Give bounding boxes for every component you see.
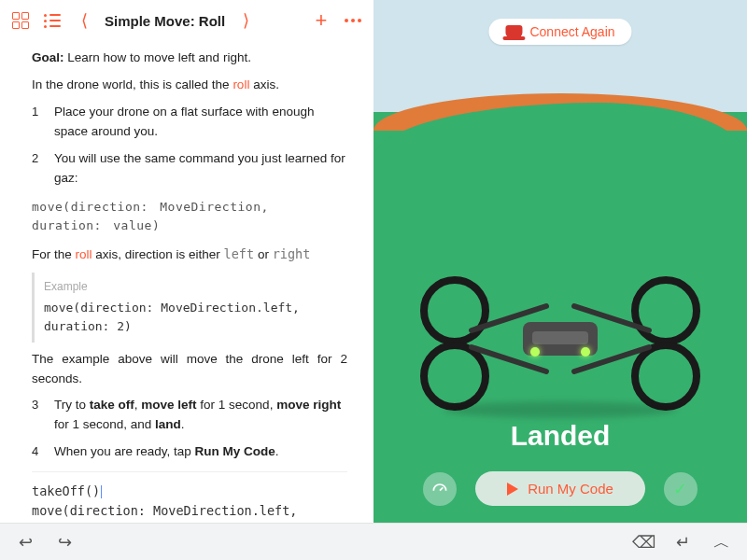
- intro-text: In the drone world, this is called the: [32, 77, 233, 91]
- speed-button[interactable]: [423, 472, 457, 506]
- roll-keyword-2: roll: [76, 247, 92, 261]
- run-my-code-button[interactable]: Run My Code: [475, 471, 645, 506]
- roll-keyword: roll: [233, 77, 249, 91]
- signature-code: move(direction: MoveDirection, duration:…: [32, 198, 347, 235]
- drone-status: Landed: [374, 420, 747, 452]
- step-3: Try to take off, move left for 1 second,…: [32, 396, 347, 435]
- lesson-panel: ⟨ Simple Move: Roll ⟩ + Goal: Learn how …: [0, 0, 374, 523]
- code-editor[interactable]: takeOff() move(direction: MoveDirection.…: [32, 471, 347, 523]
- controls-bar: Run My Code ✓: [374, 471, 747, 506]
- redo-button[interactable]: ↪: [52, 530, 77, 554]
- page-title: Simple Move: Roll: [105, 13, 225, 29]
- axis-or: or: [254, 247, 273, 261]
- step-4: When you are ready, tap Run My Code.: [32, 442, 347, 462]
- more-button[interactable]: [342, 9, 364, 32]
- return-button[interactable]: ↵: [670, 530, 695, 554]
- example-label: Example: [44, 278, 338, 296]
- connect-again-button[interactable]: Connect Again: [488, 19, 631, 45]
- connect-label: Connect Again: [529, 24, 614, 39]
- undo-button[interactable]: ↩: [13, 530, 37, 554]
- code-line-2: move(direction: MoveDirection.left,: [32, 501, 347, 521]
- intro-suffix: axis.: [249, 77, 279, 91]
- right-keyword: right: [273, 246, 311, 261]
- gauge-icon: [430, 480, 449, 498]
- play-icon: [507, 483, 518, 496]
- grid-view-icon[interactable]: [9, 9, 32, 32]
- add-button[interactable]: +: [310, 9, 332, 32]
- step-2: You will use the same command you just l…: [32, 149, 347, 189]
- example-block: Example move(direction: MoveDirection.le…: [32, 273, 347, 343]
- run-label: Run My Code: [528, 481, 613, 497]
- left-keyword: left: [224, 246, 255, 261]
- axis-text: For the: [32, 247, 76, 261]
- prev-page-button[interactable]: ⟨: [73, 9, 95, 32]
- goal-label: Goal:: [32, 50, 64, 64]
- topbar: ⟨ Simple Move: Roll ⟩ +: [0, 0, 374, 41]
- list-view-icon[interactable]: [41, 9, 63, 32]
- collapse-keyboard-button[interactable]: ︿: [710, 530, 734, 554]
- delete-button[interactable]: ⌫: [631, 530, 655, 554]
- drone-image: [411, 271, 710, 411]
- axis-mid: axis, direction is either: [92, 247, 224, 261]
- drone-shadow: [444, 401, 677, 418]
- example-code: move(direction: MoveDirection.left, dura…: [44, 299, 338, 336]
- goal-text: Learn how to move left and right.: [67, 50, 251, 64]
- live-view: Connect Again Landed Run My Code ✓: [374, 0, 747, 523]
- lesson-content: Goal: Learn how to move left and right. …: [0, 41, 374, 523]
- code-line-1: takeOff(): [32, 483, 100, 498]
- svg-line-0: [440, 487, 443, 490]
- step-1: Place your drone on a flat surface with …: [32, 103, 347, 142]
- hints-button[interactable]: ✓: [664, 472, 698, 506]
- example-explain: The example above will move the drone le…: [32, 350, 347, 389]
- parrot-icon: [505, 25, 522, 38]
- text-cursor: [101, 485, 102, 498]
- keyboard-toolbar: ↩ ↪ ⌫ ↵ ︿: [0, 523, 747, 560]
- next-page-button[interactable]: ⟩: [234, 9, 257, 32]
- check-icon: ✓: [673, 479, 687, 499]
